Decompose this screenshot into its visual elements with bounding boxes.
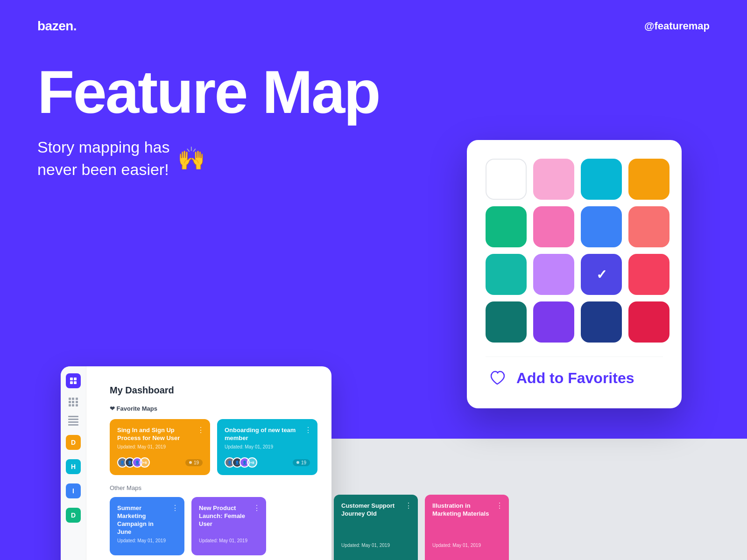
twitter-handle: @featuremap (644, 20, 710, 32)
color-swatch-3[interactable] (628, 159, 669, 200)
svg-rect-0 (70, 378, 73, 380)
map-card-date: Updated: May 01, 2019 (341, 543, 410, 548)
other-cards-row: ⋮ Summer Marketing Campaign in June Upda… (110, 497, 317, 555)
header: bazen. @featuremap (0, 0, 747, 34)
map-card-date: Updated: May 01, 2019 (117, 538, 177, 543)
map-card-title: Sing In and Sign Up Process for New User (117, 427, 203, 442)
map-card-summer[interactable]: ⋮ Summer Marketing Campaign in June Upda… (110, 497, 184, 555)
card-more-icon[interactable]: ⋮ (496, 501, 503, 510)
map-card-signin[interactable]: ⋮ Sing In and Sign Up Process for New Us… (110, 419, 210, 475)
favorite-maps-title: ❤ Favorite Maps (110, 405, 317, 412)
map-card-title: Customer Support Journey Old (341, 502, 410, 518)
add-favorites-label[interactable]: Add to Favorites (516, 370, 634, 387)
add-favorites-row[interactable]: Add to Favorites (486, 357, 663, 390)
story-count: 19 (293, 459, 310, 466)
map-card-date: Updated: May 01, 2019 (432, 543, 501, 548)
count-number: 19 (194, 460, 199, 465)
heart-outline-icon (489, 370, 506, 386)
dashboard-sidebar: D H I D (61, 366, 86, 560)
map-card-customer-support[interactable]: ⋮ Customer Support Journey Old Updated: … (334, 495, 418, 560)
dashboard-card: D H I D My Dashboard ❤ Favorite Maps ⋮ S… (61, 366, 331, 560)
sidebar-icon-home[interactable] (66, 373, 81, 388)
map-card-title: New Product Launch: Female User (199, 504, 259, 528)
color-swatch-7[interactable] (628, 206, 669, 247)
count-number: 19 (301, 460, 306, 465)
sidebar-icon-d1[interactable]: D (66, 435, 81, 450)
other-maps-title: Other Maps (110, 484, 317, 491)
color-swatch-11[interactable] (628, 254, 669, 295)
color-grid (486, 159, 663, 343)
sidebar-table-icon[interactable] (68, 416, 78, 426)
color-swatch-10[interactable] (581, 254, 622, 295)
card-more-icon[interactable]: ⋮ (171, 504, 179, 512)
avatars: 👤 👤 👤 +8 (117, 457, 150, 468)
favorite-cards-row: ⋮ Sing In and Sign Up Process for New Us… (110, 419, 317, 475)
color-swatch-5[interactable] (533, 206, 574, 247)
color-swatch-14[interactable] (581, 301, 622, 343)
map-card-footer: 👤 👤 👤 +8 19 (117, 457, 203, 468)
map-card-footer: 👤 👤 👤 +8 19 (225, 457, 310, 468)
sidebar-icon-i[interactable]: I (66, 483, 81, 498)
party-emoji: 🙌 (177, 143, 205, 174)
color-swatch-2[interactable] (581, 159, 622, 200)
color-swatch-6[interactable] (581, 206, 622, 247)
color-swatch-15[interactable] (628, 301, 669, 343)
map-card-newproduct[interactable]: ⋮ New Product Launch: Female User Update… (191, 497, 266, 555)
map-card-onboarding[interactable]: ⋮ Onboarding of new team member Updated:… (217, 419, 317, 475)
avatar-count: +8 (140, 457, 150, 468)
map-card-date: Updated: May 01, 2019 (199, 538, 259, 543)
color-swatch-8[interactable] (486, 254, 527, 295)
map-card-date: Updated: May 01, 2019 (117, 444, 203, 449)
map-card-title: Onboarding of new team member (225, 427, 310, 442)
map-card-title: Summer Marketing Campaign in June (117, 504, 177, 536)
map-card-title: Illustration in Marketing Materials (432, 502, 501, 518)
map-card-illustration[interactable]: ⋮ Illustration in Marketing Materials Up… (425, 495, 509, 560)
hero-title: Feature Map (37, 62, 710, 122)
card-more-icon[interactable]: ⋮ (197, 426, 204, 434)
card-more-icon[interactable]: ⋮ (304, 426, 312, 434)
svg-rect-1 (74, 378, 77, 380)
add-favorites-heart-button[interactable] (486, 366, 509, 390)
subtitle-text: Story mapping has never been easier! (37, 136, 170, 181)
count-dot (296, 461, 299, 464)
color-swatch-9[interactable] (533, 254, 574, 295)
color-picker-card: Add to Favorites (467, 140, 682, 408)
card-more-icon[interactable]: ⋮ (405, 501, 412, 510)
avatar-count: +8 (247, 457, 257, 468)
svg-rect-3 (74, 381, 77, 384)
card-more-icon[interactable]: ⋮ (253, 504, 261, 512)
svg-rect-2 (70, 381, 73, 384)
story-count: 19 (185, 459, 203, 466)
color-swatch-0[interactable] (486, 159, 527, 200)
color-swatch-1[interactable] (533, 159, 574, 200)
brand-logo: bazen. (37, 19, 77, 34)
dashboard-content: My Dashboard ❤ Favorite Maps ⋮ Sing In a… (100, 380, 317, 555)
sidebar-icon-d2[interactable]: D (66, 508, 81, 523)
sidebar-icon-h[interactable]: H (66, 459, 81, 474)
color-swatch-12[interactable] (486, 301, 527, 343)
dashboard-title: My Dashboard (110, 385, 317, 396)
sidebar-grid-icon[interactable] (69, 398, 78, 406)
color-swatch-13[interactable] (533, 301, 574, 343)
map-card-date: Updated: May 01, 2019 (225, 444, 310, 449)
count-dot (189, 461, 192, 464)
avatars: 👤 👤 👤 +8 (225, 457, 257, 468)
partial-bottom-cards: ⋮ Customer Support Journey Old Updated: … (334, 495, 661, 560)
color-swatch-4[interactable] (486, 206, 527, 247)
